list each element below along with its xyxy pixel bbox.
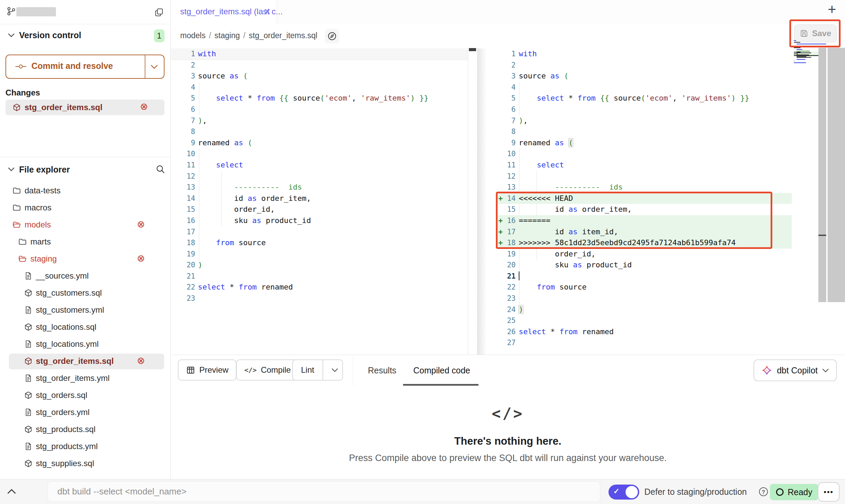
commit-and-resolve-button[interactable]: Commit and resolve <box>5 55 164 79</box>
code-line[interactable]: 21 <box>171 271 468 282</box>
diff-left-pane[interactable]: 1with23source as (45 select * from {{ so… <box>171 48 468 355</box>
code-line[interactable]: 20 sku as product_id <box>477 260 845 271</box>
code-line[interactable]: 15 order_id, <box>171 204 468 215</box>
code-line[interactable]: 4 <box>171 82 468 93</box>
help-icon[interactable]: ? <box>759 487 768 496</box>
chevron-down-icon[interactable] <box>327 360 342 380</box>
code-line[interactable]: 13 ---------- ids <box>477 182 845 193</box>
code-line[interactable]: 23 <box>171 293 468 304</box>
code-line[interactable]: 15 id as order_item, <box>477 204 845 215</box>
code-line[interactable]: 5 select * from {{ source('ecom', 'raw_i… <box>171 93 468 104</box>
code-line[interactable]: 25 <box>477 315 845 326</box>
code-line[interactable]: 11 select <box>477 160 845 171</box>
code-line[interactable]: 4 <box>477 82 845 93</box>
discard-changes-icon[interactable]: ⊗ <box>137 253 145 264</box>
code-line[interactable]: 7), <box>477 115 845 127</box>
code-line[interactable]: 22select * from renamed <box>171 282 468 293</box>
code-line[interactable]: 5 select * from {{ source('ecom', 'raw_i… <box>477 93 845 104</box>
code-line[interactable]: 16 sku as product_id <box>171 215 468 226</box>
compass-icon[interactable] <box>325 29 339 43</box>
code-line[interactable]: 17 <box>171 226 468 238</box>
file-row[interactable]: __sources.yml <box>0 268 170 285</box>
close-icon[interactable]: ✕ <box>264 7 271 16</box>
tab-compiled-code[interactable]: Compiled code <box>413 355 470 386</box>
breadcrumb-file[interactable]: stg_order_items.sql <box>249 31 317 40</box>
tab-stg-order-items[interactable]: stg_order_items.sql (last c... ✕ <box>171 0 277 24</box>
code-line[interactable]: 19 order_id, <box>477 249 845 260</box>
file-row[interactable]: stg_order_items.yml <box>0 370 170 387</box>
preview-button[interactable]: Preview <box>178 359 237 381</box>
code-line[interactable]: 2 <box>171 60 468 71</box>
chevron-down-icon[interactable] <box>151 65 158 69</box>
discard-changes-icon[interactable]: ⊗ <box>140 101 148 113</box>
dbt-copilot-button[interactable]: dbt Copilot <box>754 359 837 381</box>
defer-toggle[interactable]: ✓ <box>608 485 639 500</box>
new-tab-button[interactable]: + <box>828 1 836 18</box>
left-pane-scrollbar-thumb[interactable] <box>469 48 476 51</box>
save-button[interactable]: Save <box>794 25 837 42</box>
code-line[interactable]: 6 <box>171 104 468 115</box>
code-line[interactable]: +16======= <box>477 215 845 226</box>
command-input[interactable] <box>47 481 600 502</box>
code-line[interactable]: 8 <box>477 126 845 137</box>
code-line[interactable]: 7), <box>171 115 468 127</box>
file-row[interactable]: stg_customers.sql <box>0 285 170 302</box>
discard-changes-icon[interactable]: ⊗ <box>137 355 145 367</box>
code-line[interactable]: 19 <box>171 249 468 260</box>
code-line[interactable]: 22 from source <box>477 282 845 293</box>
breadcrumb-staging[interactable]: staging <box>215 31 240 40</box>
file-row[interactable]: marts <box>0 234 170 251</box>
more-options-button[interactable]: ••• <box>818 482 840 502</box>
code-line[interactable]: 26select * from renamed <box>477 326 845 338</box>
file-row[interactable]: data-tests <box>0 182 170 199</box>
code-line[interactable]: 21 <box>477 271 845 282</box>
code-line[interactable]: 3source as ( <box>171 71 468 82</box>
code-line[interactable]: 1with <box>171 48 468 60</box>
file-row[interactable]: stg_products.sql <box>0 421 170 438</box>
code-line[interactable]: 10 <box>171 148 468 160</box>
file-row[interactable]: stg_supplies.sql <box>0 455 170 472</box>
code-line[interactable]: 8 <box>171 126 468 137</box>
code-line[interactable]: +14<<<<<<< HEAD <box>477 193 845 204</box>
lint-label[interactable]: Lint <box>293 360 323 380</box>
code-line[interactable]: 3source as ( <box>477 71 845 82</box>
file-row[interactable]: stg_orders.sql <box>0 387 170 404</box>
copy-icon[interactable] <box>154 8 164 17</box>
editor-scrollbar[interactable] <box>827 48 845 302</box>
file-row[interactable]: stg_orders.yml <box>0 404 170 421</box>
file-row[interactable]: stg_products.yml <box>0 438 170 455</box>
minimap-slider[interactable] <box>818 48 826 302</box>
changed-file-row[interactable]: stg_order_items.sql⊗ <box>5 100 164 115</box>
tab-results[interactable]: Results <box>368 355 396 386</box>
code-line[interactable]: 18 from source <box>171 237 468 249</box>
search-icon[interactable] <box>155 164 166 174</box>
code-line[interactable]: 23 <box>477 293 845 304</box>
file-row[interactable]: models⊗ <box>0 217 170 234</box>
lint-button[interactable]: Lint <box>292 359 343 381</box>
code-line[interactable]: 27 <box>477 337 845 349</box>
file-row[interactable]: stg_customers.yml <box>0 302 170 319</box>
file-row[interactable]: stg_locations.sql <box>0 319 170 336</box>
code-line[interactable]: 1with <box>477 48 845 60</box>
code-line[interactable]: 12 <box>171 171 468 182</box>
code-line[interactable]: 9renamed as ( <box>171 137 468 149</box>
code-line[interactable]: 9renamed as ( <box>477 137 845 149</box>
code-line[interactable]: 20) <box>171 260 468 271</box>
breadcrumb-models[interactable]: models <box>180 31 205 40</box>
code-line[interactable]: 24) <box>477 304 845 315</box>
code-line[interactable]: +17 id as item_id, <box>477 226 845 238</box>
code-line[interactable]: 12 <box>477 171 845 182</box>
version-control-section-header[interactable]: Version control 1 <box>0 29 170 44</box>
file-row[interactable]: staging⊗ <box>0 251 170 268</box>
code-line[interactable]: +18>>>>>>> 58c1dd23d5eebd9cd2495fa7124ab… <box>477 237 845 249</box>
code-line[interactable]: 10 <box>477 148 845 160</box>
code-line[interactable]: 2 <box>477 60 845 71</box>
code-line[interactable]: 6 <box>477 104 845 115</box>
compile-button[interactable]: </> Compile <box>236 359 299 381</box>
code-line[interactable]: 11 select <box>171 160 468 171</box>
code-line[interactable]: 13 ---------- ids <box>171 182 468 193</box>
file-row[interactable]: stg_locations.yml <box>0 336 170 353</box>
chevron-down-icon[interactable] <box>8 167 14 171</box>
file-row[interactable]: macros <box>0 199 170 217</box>
diff-right-pane[interactable]: 1with23source as (45 select * from {{ so… <box>477 48 845 355</box>
